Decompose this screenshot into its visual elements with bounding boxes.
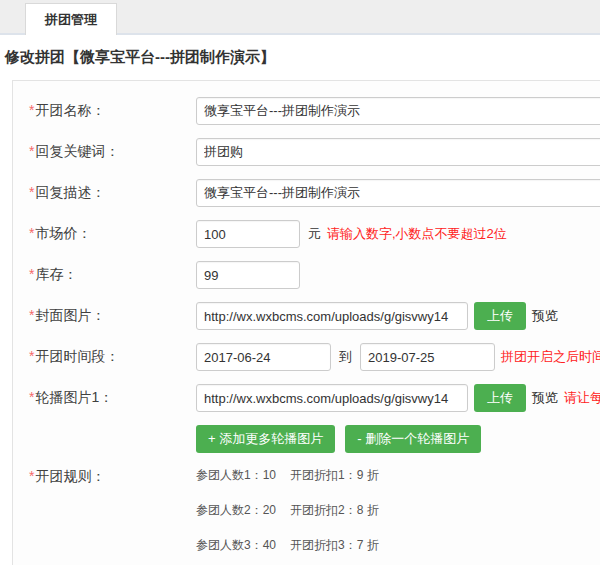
- required-asterisk: *: [29, 348, 34, 364]
- remove-carousel-button[interactable]: - 删除一个轮播图片: [345, 425, 481, 453]
- add-carousel-button[interactable]: + 添加更多轮播图片: [196, 425, 335, 453]
- rule-line-3: 参团人数3：40开团折扣3：7 折: [196, 539, 379, 552]
- field-label-text: 轮播图片1：: [35, 389, 113, 405]
- field-label-text: 开团规则：: [35, 468, 105, 484]
- field-row-price: *市场价： 元 请输入数字,小数点不要超过2位: [13, 220, 600, 248]
- cover-image-url-input[interactable]: [196, 302, 468, 330]
- field-label-time-range: *开团时间段：: [29, 348, 196, 366]
- end-date-input[interactable]: [360, 343, 495, 371]
- reply-keyword-input[interactable]: [196, 138, 600, 166]
- form-panel: *开团名称： *回复关键词： *回复描述： *市场价： 元 请输入数字,小数点不…: [12, 80, 600, 565]
- carousel1-url-input[interactable]: [196, 384, 468, 412]
- field-label-keyword: *回复关键词：: [29, 143, 196, 161]
- price-unit-label: 元: [308, 225, 321, 243]
- rule-line-1: 参团人数1：10开团折扣1：9 折: [196, 469, 379, 482]
- rule-discount: 开团折扣2：8 折: [290, 503, 379, 517]
- field-label-text: 回复描述：: [35, 184, 105, 200]
- required-asterisk: *: [29, 266, 34, 282]
- field-row-time-range: *开团时间段： 到 拼团开启之后时间段: [13, 343, 600, 371]
- tab-group-buy-management[interactable]: 拼团管理: [25, 3, 117, 35]
- field-label-rules: *开团规则：: [29, 466, 196, 486]
- rule-line-2: 参团人数2：20开团折扣2：8 折: [196, 504, 379, 517]
- rule-people: 参团人数1：10: [196, 468, 276, 482]
- tab-bar: 拼团管理: [0, 0, 600, 35]
- required-asterisk: *: [29, 468, 34, 484]
- required-asterisk: *: [29, 225, 34, 241]
- price-hint-text: 请输入数字,小数点不要超过2位: [327, 225, 507, 243]
- field-label-name: *开团名称：: [29, 102, 196, 120]
- rule-discount: 开团折扣3：7 折: [290, 538, 379, 552]
- field-row-desc: *回复描述：: [13, 179, 600, 207]
- required-asterisk: *: [29, 389, 34, 405]
- field-row-stock: *库存：: [13, 261, 600, 289]
- carousel-buttons-row: + 添加更多轮播图片 - 删除一个轮播图片: [13, 425, 600, 453]
- field-label-text: 市场价：: [35, 225, 91, 241]
- group-name-input[interactable]: [196, 97, 600, 125]
- cover-preview-link[interactable]: 预览: [532, 307, 558, 325]
- carousel1-upload-button[interactable]: 上传: [474, 384, 526, 412]
- rule-discount: 开团折扣1：9 折: [290, 468, 379, 482]
- date-joiner-label: 到: [339, 348, 352, 366]
- field-label-text: 开团时间段：: [35, 348, 119, 364]
- rule-people: 参团人数3：40: [196, 538, 276, 552]
- required-asterisk: *: [29, 143, 34, 159]
- field-label-carousel1: *轮播图片1：: [29, 389, 196, 407]
- rule-people: 参团人数2：20: [196, 503, 276, 517]
- field-label-text: 封面图片：: [35, 307, 105, 323]
- cover-upload-button[interactable]: 上传: [474, 302, 526, 330]
- field-row-cover: *封面图片： 上传 预览: [13, 302, 600, 330]
- carousel1-preview-link[interactable]: 预览: [532, 389, 558, 407]
- field-label-cover: *封面图片：: [29, 307, 196, 325]
- carousel1-hint-text: 请让每个轮播图: [564, 389, 600, 407]
- field-label-desc: *回复描述：: [29, 184, 196, 202]
- required-asterisk: *: [29, 102, 34, 118]
- required-asterisk: *: [29, 184, 34, 200]
- field-label-text: 开团名称：: [35, 102, 105, 118]
- field-label-price: *市场价：: [29, 225, 196, 243]
- time-range-hint-text: 拼团开启之后时间段: [501, 348, 600, 366]
- rules-list: 参团人数1：10开团折扣1：9 折 参团人数2：20开团折扣2：8 折 参团人数…: [196, 466, 379, 565]
- field-label-text: 回复关键词：: [35, 143, 119, 159]
- page-title: 修改拼团【微享宝平台---拼团制作演示】: [5, 48, 600, 67]
- field-row-keyword: *回复关键词：: [13, 138, 600, 166]
- field-label-stock: *库存：: [29, 266, 196, 284]
- field-row-rules: *开团规则： 参团人数1：10开团折扣1：9 折 参团人数2：20开团折扣2：8…: [13, 466, 600, 565]
- reply-desc-input[interactable]: [196, 179, 600, 207]
- required-asterisk: *: [29, 307, 34, 323]
- field-row-carousel1: *轮播图片1： 上传 预览 请让每个轮播图: [13, 384, 600, 412]
- stock-input[interactable]: [196, 261, 300, 289]
- start-date-input[interactable]: [196, 343, 331, 371]
- market-price-input[interactable]: [196, 220, 300, 248]
- field-row-name: *开团名称：: [13, 97, 600, 125]
- field-label-text: 库存：: [35, 266, 77, 282]
